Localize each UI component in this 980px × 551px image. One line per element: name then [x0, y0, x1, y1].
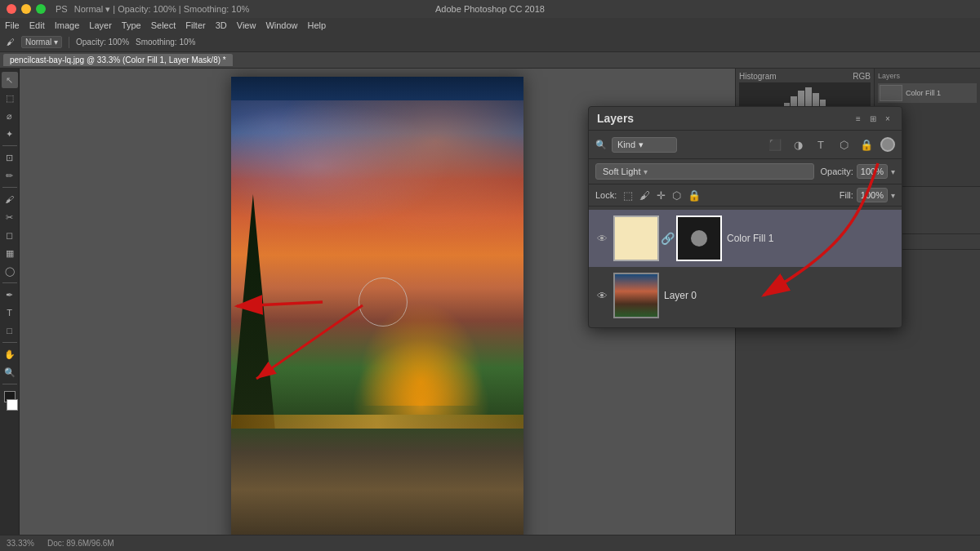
toolbar-divider-5 [2, 384, 17, 384]
menu-view[interactable]: View [237, 20, 256, 30]
layer-thumb-fill-color [613, 216, 659, 261]
maximize-button[interactable] [36, 4, 46, 14]
mini-layer-fill-name: Color Fill 1 [906, 89, 941, 97]
fill-input[interactable]: 100% [857, 188, 888, 202]
minimize-button[interactable] [21, 4, 31, 14]
lock-artboard-icon[interactable]: ⬡ [672, 189, 681, 202]
menu-layer[interactable]: Layer [89, 20, 112, 30]
menu-filter[interactable]: Filter [185, 20, 205, 30]
layers-panel-header: Layers ≡ ⊞ × [589, 107, 902, 131]
crop-tool[interactable]: ⊡ [2, 149, 18, 166]
menu-image[interactable]: Image [55, 20, 80, 30]
fill-label: Fill: [840, 190, 853, 200]
layers-panel-title: Layers [597, 112, 634, 125]
left-toolbar: ↖ ⬚ ⌀ ✦ ⊡ ✏ 🖌 ✂ ◻ ▦ ◯ ✒ T □ ✋ 🔍 [0, 69, 20, 551]
mask-dot [691, 230, 707, 247]
kind-chevron: ▾ [639, 140, 644, 150]
brush-tool[interactable]: 🖌 [2, 191, 18, 207]
kind-select[interactable]: Kind ▾ [612, 137, 677, 153]
doc-size: Doc: 89.6M/96.6M [47, 539, 114, 548]
menu-edit[interactable]: Edit [29, 20, 45, 30]
eyedropper-tool[interactable]: ✏ [2, 167, 18, 184]
close-button[interactable] [7, 4, 16, 14]
filter-icons: ⬛ ◑ T ⬡ 🔒 [682, 136, 895, 153]
lock-move-icon[interactable]: ✛ [657, 189, 666, 202]
layers-panel-controls[interactable]: ≡ ⊞ × [853, 113, 893, 124]
layers-filter-row: 🔍 Kind ▾ ⬛ ◑ T ⬡ 🔒 [589, 131, 902, 159]
layer-name-color-fill: Color Fill 1 [727, 233, 895, 244]
toolbar-divider-1 [2, 145, 17, 146]
tab-bar: pencilcast-bay-lq.jpg @ 33.3% (Color Fil… [0, 52, 980, 69]
title-bar: PS Normal ▾ | Opacity: 100% | Smoothing:… [0, 0, 980, 18]
dodge-tool[interactable]: ◯ [2, 263, 18, 279]
filter-toggle[interactable] [880, 137, 895, 152]
layer-name-layer0: Layer 0 [664, 290, 895, 301]
color-swatches[interactable] [2, 391, 18, 411]
shape-tool[interactable]: □ [2, 322, 18, 339]
layer-thumb-group-layer0 [613, 273, 659, 318]
layer-link-icon-fill: 🔗 [661, 232, 675, 245]
menu-help[interactable]: Help [308, 20, 327, 30]
lock-paint-icon[interactable]: 🖌 [639, 189, 650, 202]
lasso-tool[interactable]: ⌀ [2, 108, 18, 124]
toolbar-divider-2 [2, 187, 17, 188]
layer-row-layer0[interactable]: 👁 Layer 0 [589, 267, 902, 324]
layer-row-color-fill[interactable]: 👁 🔗 Color Fill 1 [589, 210, 902, 267]
select-tool[interactable]: ⬚ [2, 90, 18, 106]
gradient-tool[interactable]: ▦ [2, 245, 18, 261]
smoothing-label: Smoothing: 10% [136, 38, 195, 47]
layer-visibility-layer0[interactable]: 👁 [595, 290, 608, 302]
menu-3d[interactable]: 3D [216, 20, 227, 30]
panel-expand-btn[interactable]: ⊞ [867, 113, 879, 124]
canvas-image[interactable] [231, 77, 523, 546]
opacity-chevron[interactable]: ▾ [891, 167, 895, 176]
type-tool[interactable]: T [2, 304, 18, 321]
mini-layer-row-fill[interactable]: Color Fill 1 [878, 83, 977, 103]
menu-type[interactable]: Type [122, 20, 141, 30]
options-bar: 🖌 Normal ▾ Opacity: 100% Smoothing: 10% [0, 33, 980, 52]
layer-visibility-fill[interactable]: 👁 [595, 233, 608, 245]
tool-size-select[interactable]: Normal ▾ [21, 36, 62, 48]
lock-all-icon[interactable]: 🔒 [688, 189, 701, 202]
filter-type-icon[interactable]: T [812, 136, 830, 153]
background-color[interactable] [7, 399, 18, 411]
fill-control: Fill: 100% ▾ [840, 188, 895, 202]
menu-select[interactable]: Select [151, 20, 176, 30]
layers-panel: Layers ≡ ⊞ × 🔍 Kind ▾ ⬛ ◑ T ⬡ 🔒 Soft Lig… [588, 106, 902, 328]
fill-chevron[interactable]: ▾ [891, 191, 895, 200]
filter-shape-icon[interactable]: ⬡ [835, 136, 853, 153]
layer-thumb-photo [613, 273, 659, 318]
zoom-tool[interactable]: 🔍 [2, 364, 18, 380]
magic-wand-tool[interactable]: ✦ [2, 126, 18, 142]
pen-tool[interactable]: ✒ [2, 287, 18, 303]
blend-mode-select[interactable]: Soft Light ▾ [595, 163, 814, 180]
opacity-input[interactable]: 100% [857, 164, 888, 179]
move-tool[interactable]: ↖ [2, 72, 18, 88]
menu-file[interactable]: File [5, 20, 20, 30]
histogram-channel: RGB [853, 72, 871, 81]
clone-tool[interactable]: ✂ [2, 209, 18, 225]
lock-row: Lock: ⬚ 🖌 ✛ ⬡ 🔒 Fill: 100% ▾ [589, 184, 902, 207]
eraser-tool[interactable]: ◻ [2, 227, 18, 243]
opacity-control: Opacity: 100% ▾ [821, 164, 896, 179]
panel-collapse-btn[interactable]: × [882, 113, 893, 124]
lock-label: Lock: [595, 190, 617, 200]
hand-tool[interactable]: ✋ [2, 346, 18, 362]
opacity-label: Opacity: 100% [76, 38, 129, 47]
selection-circle [359, 278, 408, 327]
toolbar-tools: PS Normal ▾ | Opacity: 100% | Smoothing:… [56, 4, 249, 15]
menu-window[interactable]: Window [265, 20, 297, 30]
tool-icon: 🖌 [7, 38, 15, 47]
filter-pixel-icon[interactable]: ⬛ [766, 136, 784, 153]
active-tab[interactable]: pencilcast-bay-lq.jpg @ 33.3% (Color Fil… [3, 54, 233, 66]
lock-transparent-icon[interactable]: ⬚ [623, 189, 633, 202]
panel-menu-btn[interactable]: ≡ [853, 113, 864, 124]
separator-1 [69, 37, 69, 48]
app-icon: PS [56, 4, 68, 14]
layers-list: 👁 🔗 Color Fill 1 👁 Layer 0 [589, 207, 902, 327]
toolbar-divider-3 [2, 282, 17, 283]
filter-smart-icon[interactable]: 🔒 [858, 136, 875, 153]
filter-adjustment-icon[interactable]: ◑ [789, 136, 807, 153]
histogram-panel-title: Histogram RGB [739, 72, 871, 81]
window-controls[interactable] [7, 4, 46, 14]
